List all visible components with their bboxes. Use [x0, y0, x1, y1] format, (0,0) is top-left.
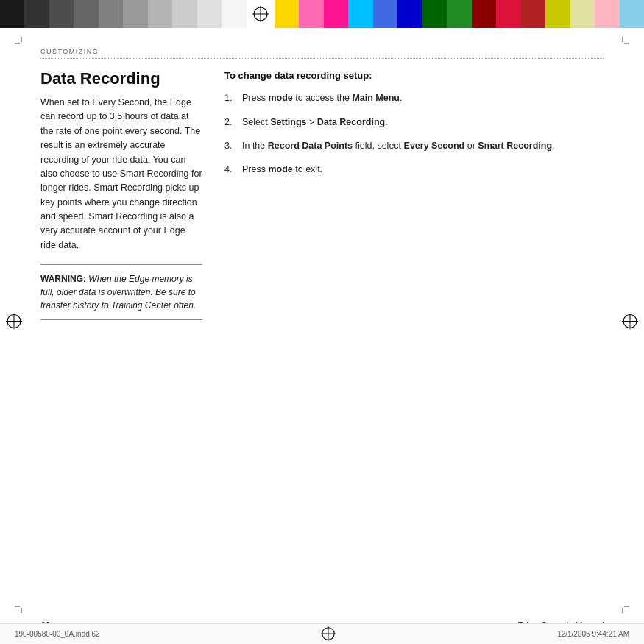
- reg-mark-top-center: [247, 0, 275, 28]
- swatch-14: [348, 0, 372, 28]
- step-2-text: Select Settings > Data Recording.: [242, 116, 388, 130]
- corner-mark-tl: [15, 37, 28, 50]
- warning-text: WARNING: When the Edge memory is full, o…: [40, 272, 202, 312]
- right-column: To change data recording setup: 1. Press…: [224, 69, 604, 320]
- swatch-25: [620, 0, 644, 28]
- swatch-3: [49, 0, 74, 28]
- swatch-24: [595, 0, 619, 28]
- swatch-22: [545, 0, 570, 28]
- swatch-19: [472, 0, 496, 28]
- swatch-5: [99, 0, 123, 28]
- step-3: 3. In the Record Data Points field, sele…: [224, 139, 604, 153]
- reg-mark-left: [6, 313, 22, 331]
- two-column-layout: Data Recording When set to Every Second,…: [40, 69, 604, 320]
- swatch-15: [373, 0, 397, 28]
- step-1-bold1: mode: [268, 93, 292, 103]
- steps-list: 1. Press mode to access the Main Menu. 2…: [224, 91, 604, 177]
- step-3-bold2: Every Second: [404, 141, 465, 151]
- step-4-bold1: mode: [268, 164, 292, 174]
- swatch-23: [570, 0, 595, 28]
- corner-mark-bl: [15, 600, 28, 613]
- swatch-4: [74, 0, 98, 28]
- warning-box: WARNING: When the Edge memory is full, o…: [40, 264, 202, 320]
- page-content: Customizing Data Recording When set to E…: [40, 48, 604, 585]
- swatch-16: [397, 0, 422, 28]
- section-header: Customizing: [40, 48, 604, 59]
- swatch-13: [324, 0, 348, 28]
- step-3-bold3: Smart Recording: [478, 141, 552, 151]
- step-4: 4. Press mode to exit.: [224, 163, 604, 177]
- step-1-text: Press mode to access the Main Menu.: [242, 91, 402, 105]
- warning-label: WARNING:: [40, 274, 86, 284]
- corner-mark-tr: [616, 37, 629, 50]
- print-bar-right: 12/1/2005 9:44:21 AM: [557, 630, 629, 638]
- procedure-heading: To change data recording setup:: [224, 69, 604, 82]
- step-1-bold2: Main Menu: [352, 93, 400, 103]
- step-2: 2. Select Settings > Data Recording.: [224, 116, 604, 130]
- step-4-num: 4.: [224, 163, 236, 177]
- swatch-6: [123, 0, 147, 28]
- step-3-bold1: Record Data Points: [268, 141, 353, 151]
- swatch-11: [275, 0, 299, 28]
- color-bar: [0, 0, 644, 28]
- step-1: 1. Press mode to access the Main Menu.: [224, 91, 604, 105]
- corner-mark-br: [616, 600, 629, 613]
- swatch-2: [24, 0, 49, 28]
- reg-mark-right: [622, 313, 638, 331]
- swatch-8: [172, 0, 197, 28]
- body-paragraph: When set to Every Second, the Edge can r…: [40, 96, 202, 252]
- step-1-num: 1.: [224, 91, 236, 105]
- page-title: Data Recording: [40, 69, 202, 88]
- swatch-9: [197, 0, 222, 28]
- swatch-1: [0, 0, 24, 28]
- step-3-text: In the Record Data Points field, select …: [242, 139, 555, 153]
- step-2-bold1: Settings: [270, 117, 306, 127]
- step-2-bold2: Data Recording: [317, 117, 385, 127]
- reg-mark-bottom: [321, 626, 336, 643]
- step-4-text: Press mode to exit.: [242, 163, 322, 177]
- swatch-21: [521, 0, 545, 28]
- swatch-7: [148, 0, 172, 28]
- swatch-18: [447, 0, 471, 28]
- print-bar-left: 190-00580-00_0A.indd 62: [15, 630, 100, 638]
- print-bar: 190-00580-00_0A.indd 62 12/1/2005 9:44:2…: [0, 623, 644, 644]
- swatch-10: [222, 0, 246, 28]
- swatch-17: [422, 0, 447, 28]
- step-3-num: 3.: [224, 139, 236, 153]
- left-column: Data Recording When set to Every Second,…: [40, 69, 202, 320]
- swatch-20: [496, 0, 520, 28]
- swatch-12: [299, 0, 323, 28]
- step-2-num: 2.: [224, 116, 236, 130]
